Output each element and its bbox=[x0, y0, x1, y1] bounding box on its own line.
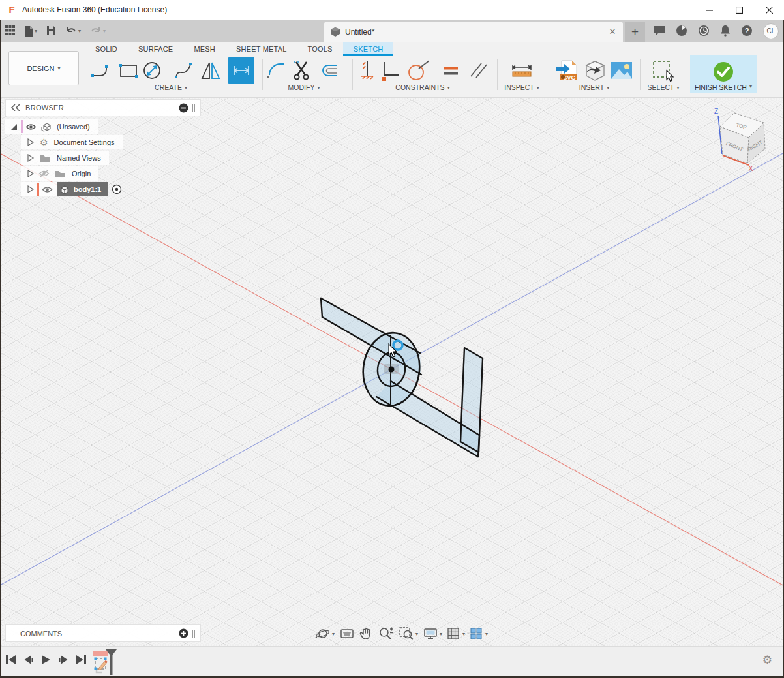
group-separator bbox=[352, 59, 353, 90]
origin-label[interactable]: Origin bbox=[72, 170, 91, 177]
document-tab[interactable]: Untitled* ✕ bbox=[324, 22, 623, 42]
visibility-eye-icon[interactable] bbox=[42, 186, 53, 193]
modify-offset-tool[interactable] bbox=[316, 57, 342, 84]
collapsed-triangle-icon[interactable] bbox=[26, 138, 35, 147]
timeline-sketch-feature[interactable] bbox=[93, 649, 121, 675]
visibility-eye-icon[interactable] bbox=[25, 123, 37, 131]
modify-fillet-tool[interactable] bbox=[263, 57, 289, 84]
collapsed-triangle-icon[interactable] bbox=[26, 185, 35, 194]
grid-settings-icon[interactable]: ▾ bbox=[447, 627, 465, 640]
zoom-icon[interactable] bbox=[378, 626, 394, 641]
panel-expand-plus-icon[interactable] bbox=[179, 628, 188, 638]
tab-solid[interactable]: SOLID bbox=[85, 42, 128, 56]
data-panel-icon[interactable] bbox=[5, 25, 15, 37]
root-label[interactable]: (Unsaved) bbox=[57, 123, 90, 131]
orbit-icon[interactable]: ▾ bbox=[315, 626, 335, 641]
comments-title: COMMENTS bbox=[20, 630, 179, 638]
step-forward-icon[interactable] bbox=[58, 655, 69, 665]
browser-header[interactable]: BROWSER bbox=[5, 99, 201, 116]
insert-group-label[interactable]: INSERT▾ bbox=[579, 84, 609, 91]
viewports-icon[interactable]: ▾ bbox=[470, 627, 488, 640]
panel-grip[interactable] bbox=[192, 104, 195, 112]
file-menu-icon[interactable]: ▾ bbox=[24, 26, 37, 37]
modify-trim-tool[interactable] bbox=[289, 57, 315, 84]
tab-sheet-metal[interactable]: SHEET METAL bbox=[226, 42, 297, 56]
create-group-label[interactable]: CREATE▾ bbox=[155, 84, 187, 91]
body-label[interactable]: body1:1 bbox=[74, 185, 101, 193]
constraint-tangent-tool[interactable] bbox=[406, 57, 432, 84]
step-back-icon[interactable] bbox=[23, 655, 34, 665]
tree-row-origin[interactable]: Origin bbox=[5, 166, 201, 181]
fusion360-window: TOP FRONT RIGHT Z X F Autodesk Fusion 36… bbox=[0, 0, 784, 678]
feedback-icon[interactable] bbox=[654, 25, 665, 37]
insert-canvas-tool[interactable] bbox=[609, 57, 635, 84]
document-settings-label[interactable]: Document Settings bbox=[54, 138, 115, 146]
tab-surface[interactable]: SURFACE bbox=[128, 42, 183, 56]
activate-component-radio-icon[interactable] bbox=[112, 184, 122, 194]
tab-tools[interactable]: TOOLS bbox=[297, 42, 343, 56]
panel-minimize-icon[interactable] bbox=[179, 103, 188, 113]
select-group-label[interactable]: SELECT▾ bbox=[648, 84, 680, 91]
save-icon[interactable] bbox=[46, 25, 56, 37]
browser-title: BROWSER bbox=[25, 104, 179, 112]
maximize-button[interactable] bbox=[724, 0, 754, 20]
insert-svg-tool[interactable]: SVG bbox=[554, 57, 580, 84]
group-separator bbox=[549, 59, 549, 90]
close-button[interactable] bbox=[754, 0, 784, 20]
panel-grip[interactable] bbox=[192, 630, 195, 638]
job-status-icon[interactable] bbox=[676, 25, 687, 38]
redo-icon[interactable]: ▾ bbox=[90, 27, 106, 36]
play-icon[interactable] bbox=[40, 655, 52, 665]
look-at-icon[interactable] bbox=[339, 627, 355, 640]
sketch-dimension-tool-active[interactable] bbox=[228, 57, 254, 84]
create-rectangle-tool[interactable] bbox=[115, 57, 142, 84]
constraint-equal-tool[interactable] bbox=[438, 57, 464, 84]
timeline-playback-controls bbox=[5, 655, 87, 665]
workspace-selector[interactable]: DESIGN▾ bbox=[8, 51, 79, 85]
inspect-measure-tool[interactable] bbox=[509, 57, 535, 84]
visibility-off-eye-icon[interactable] bbox=[38, 170, 50, 177]
notifications-bell-icon[interactable] bbox=[720, 25, 731, 38]
collapse-panel-icon[interactable] bbox=[11, 104, 20, 111]
modify-group-label[interactable]: MODIFY▾ bbox=[288, 84, 320, 91]
create-mirror-tool[interactable] bbox=[198, 57, 224, 84]
constraints-group-label[interactable]: CONSTRAINTS▾ bbox=[395, 84, 449, 91]
user-avatar[interactable]: CL bbox=[763, 23, 779, 39]
tree-row-named-views[interactable]: Named Views bbox=[5, 150, 201, 166]
help-icon[interactable]: ? bbox=[741, 25, 753, 38]
tab-sketch[interactable]: SKETCH bbox=[343, 42, 394, 56]
go-to-start-icon[interactable] bbox=[5, 655, 16, 665]
expand-triangle-icon[interactable] bbox=[9, 122, 18, 131]
insert-mesh-tool[interactable] bbox=[582, 57, 608, 84]
tab-mesh[interactable]: MESH bbox=[183, 42, 226, 56]
tree-row-root[interactable]: (Unsaved) bbox=[5, 119, 201, 134]
create-line-tool[interactable] bbox=[88, 57, 114, 84]
constraint-parallel-tool[interactable] bbox=[466, 57, 492, 84]
group-separator bbox=[497, 59, 498, 90]
finish-sketch-label[interactable]: FINISH SKETCH▾ bbox=[695, 84, 752, 91]
select-tool[interactable] bbox=[650, 57, 676, 84]
constraint-fix-tool[interactable] bbox=[354, 57, 380, 84]
pan-icon[interactable] bbox=[359, 626, 374, 641]
minimize-button[interactable] bbox=[694, 0, 724, 20]
clock-icon[interactable] bbox=[698, 25, 710, 38]
constraint-vertical-horizontal-tool[interactable] bbox=[377, 57, 403, 84]
tree-row-body[interactable]: body1:1 bbox=[5, 181, 201, 197]
zoom-window-icon[interactable]: ▾ bbox=[399, 626, 418, 641]
undo-icon[interactable]: ▾ bbox=[65, 27, 81, 36]
create-spline-tool[interactable] bbox=[171, 57, 197, 84]
body-cube-icon bbox=[59, 185, 70, 194]
tree-row-document-settings[interactable]: ⚙ Document Settings bbox=[5, 134, 201, 150]
comments-panel[interactable]: COMMENTS bbox=[5, 624, 201, 642]
new-tab-button[interactable]: + bbox=[625, 22, 645, 42]
create-circle-tool[interactable] bbox=[139, 57, 165, 84]
collapsed-triangle-icon[interactable] bbox=[26, 169, 35, 178]
go-to-end-icon[interactable] bbox=[76, 655, 87, 665]
inspect-group-label[interactable]: INSPECT▾ bbox=[504, 84, 539, 91]
body-selected-segment[interactable]: body1:1 bbox=[57, 182, 108, 196]
tab-close-icon[interactable]: ✕ bbox=[607, 27, 618, 37]
named-views-label[interactable]: Named Views bbox=[57, 154, 101, 162]
display-settings-icon[interactable]: ▾ bbox=[423, 627, 442, 640]
timeline-settings-gear-icon[interactable]: ⚙ bbox=[762, 653, 772, 667]
collapsed-triangle-icon[interactable] bbox=[26, 153, 35, 162]
